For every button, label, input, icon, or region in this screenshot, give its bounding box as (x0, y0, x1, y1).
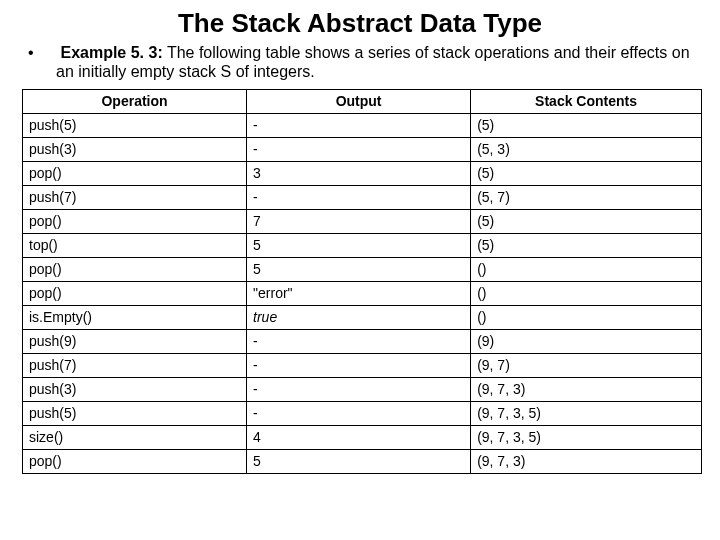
cell-output: - (247, 378, 471, 402)
example-paragraph: • Example 5. 3: The following table show… (42, 43, 700, 81)
cell-operation: pop() (23, 258, 247, 282)
table-row: push(7)-(5, 7) (23, 186, 702, 210)
table-row: size()4(9, 7, 3, 5) (23, 426, 702, 450)
cell-stack-contents: (5) (471, 114, 702, 138)
table-row: pop()3(5) (23, 162, 702, 186)
col-header-operation: Operation (23, 90, 247, 114)
cell-stack-contents: () (471, 282, 702, 306)
cell-stack-contents: (9) (471, 330, 702, 354)
cell-operation: pop() (23, 450, 247, 474)
table-row: push(3)-(9, 7, 3) (23, 378, 702, 402)
cell-output: 5 (247, 258, 471, 282)
cell-output: - (247, 354, 471, 378)
cell-output: 4 (247, 426, 471, 450)
cell-operation: pop() (23, 282, 247, 306)
cell-output: true (247, 306, 471, 330)
cell-operation: push(9) (23, 330, 247, 354)
cell-stack-contents: (9, 7) (471, 354, 702, 378)
table-row: push(5)-(5) (23, 114, 702, 138)
cell-stack-contents: (9, 7, 3, 5) (471, 426, 702, 450)
cell-operation: top() (23, 234, 247, 258)
cell-output: 5 (247, 450, 471, 474)
cell-stack-contents: (9, 7, 3) (471, 378, 702, 402)
table-row: pop()5(9, 7, 3) (23, 450, 702, 474)
cell-operation: push(5) (23, 402, 247, 426)
table-row: push(5)-(9, 7, 3, 5) (23, 402, 702, 426)
cell-operation: push(7) (23, 354, 247, 378)
table-row: top()5(5) (23, 234, 702, 258)
cell-operation: push(7) (23, 186, 247, 210)
cell-stack-contents: (5) (471, 210, 702, 234)
cell-output: - (247, 402, 471, 426)
example-label: Example 5. 3: (60, 44, 162, 61)
page-title: The Stack Abstract Data Type (20, 8, 700, 39)
cell-operation: is.Empty() (23, 306, 247, 330)
cell-operation: pop() (23, 210, 247, 234)
cell-output: 7 (247, 210, 471, 234)
cell-stack-contents: (5, 7) (471, 186, 702, 210)
cell-operation: push(3) (23, 378, 247, 402)
cell-output: - (247, 186, 471, 210)
stack-operations-table: Operation Output Stack Contents push(5)-… (22, 89, 702, 474)
cell-stack-contents: (5, 3) (471, 138, 702, 162)
table-row: pop()"error"() (23, 282, 702, 306)
col-header-output: Output (247, 90, 471, 114)
cell-operation: pop() (23, 162, 247, 186)
cell-stack-contents: (5) (471, 234, 702, 258)
cell-stack-contents: (9, 7, 3) (471, 450, 702, 474)
cell-output: "error" (247, 282, 471, 306)
table-row: push(7)-(9, 7) (23, 354, 702, 378)
cell-stack-contents: () (471, 306, 702, 330)
col-header-stack-contents: Stack Contents (471, 90, 702, 114)
cell-output: - (247, 138, 471, 162)
cell-operation: push(3) (23, 138, 247, 162)
cell-output: - (247, 114, 471, 138)
table-row: push(9)-(9) (23, 330, 702, 354)
cell-stack-contents: (9, 7, 3, 5) (471, 402, 702, 426)
cell-output: 3 (247, 162, 471, 186)
cell-operation: size() (23, 426, 247, 450)
table-row: push(3)-(5, 3) (23, 138, 702, 162)
table-row: pop()7(5) (23, 210, 702, 234)
table-row: is.Empty()true() (23, 306, 702, 330)
cell-stack-contents: () (471, 258, 702, 282)
table-row: pop()5() (23, 258, 702, 282)
cell-output: 5 (247, 234, 471, 258)
cell-operation: push(5) (23, 114, 247, 138)
table-header-row: Operation Output Stack Contents (23, 90, 702, 114)
cell-stack-contents: (5) (471, 162, 702, 186)
bullet-icon: • (42, 43, 56, 62)
cell-output: - (247, 330, 471, 354)
